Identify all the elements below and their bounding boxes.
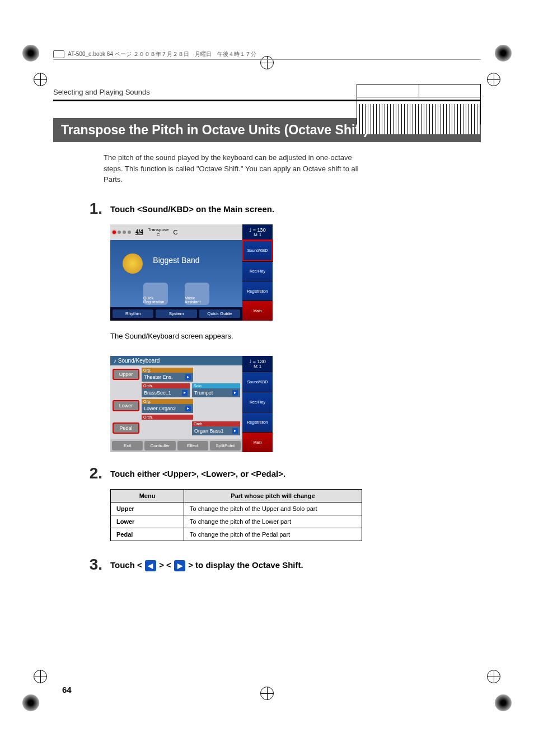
ss1-main-display: Biggest Band [110, 240, 242, 280]
key-indicator: C [173, 229, 177, 236]
table-cell-lower-desc: To change the pitch of the Lower part [184, 515, 362, 528]
instrument-diagram [357, 84, 481, 124]
ss2-bottom-row: Exit Controller Effect SplitPoint [110, 439, 242, 452]
print-corner-tr [495, 45, 512, 62]
registration-button[interactable]: Registration [242, 281, 273, 300]
lower-voice2-cat: Orch. [142, 415, 193, 420]
upper-voice2-name[interactable]: BrassSect.1▸ [142, 388, 190, 397]
step-3-text: Touch < ◀ > < ▶ > to display the Octave … [110, 557, 303, 572]
page-content: AT-500_e.book 64 ページ ２００８年７月２８日 月曜日 午後４時… [53, 50, 481, 700]
ss2-main-button[interactable]: Main [242, 432, 273, 452]
upper-voice2-cat: Orch. [142, 383, 190, 388]
reg-mark-tr [487, 73, 500, 86]
time-signature: 4/4 [135, 229, 143, 235]
print-corner-br [495, 694, 512, 711]
arrow-right-icon[interactable]: ▸ [185, 374, 191, 380]
arrow-left-icon[interactable]: ◀ [145, 560, 156, 571]
pedal-voice-name[interactable]: Organ Bass1▸ [192, 426, 240, 435]
pedal-part-button[interactable]: Pedal [113, 422, 139, 434]
sound-keyboard-screenshot: ♪ Sound/Keyboard Upper Org. Theater Ens.… [110, 356, 273, 452]
arrow-right-icon[interactable]: ▸ [185, 406, 191, 411]
book-meta-text: AT-500_e.book 64 ページ ２００８年７月２８日 月曜日 午後４時… [68, 50, 256, 58]
ss2-rec-play-button[interactable]: Rec/Play [242, 392, 273, 412]
print-corner-bl [22, 694, 39, 711]
step-1-number: 1. [76, 201, 110, 217]
controller-button[interactable]: Controller [144, 441, 175, 450]
kbd-panel-mid [357, 97, 480, 104]
rhythm-name: Biggest Band [153, 256, 199, 265]
lower-part-button[interactable]: Lower [113, 400, 139, 411]
table-cell-pedal-desc: To change the pitch of the Pedal part [184, 528, 362, 541]
step-2-number: 2. [76, 466, 110, 481]
table-cell-upper: Upper [111, 502, 184, 515]
step-1-text: Touch <Sound/KBD> on the Main screen. [110, 201, 274, 217]
step-2-text: Touch either <Upper>, <Lower>, or <Pedal… [110, 466, 285, 481]
table-cell-lower: Lower [111, 515, 184, 528]
upper-part-button[interactable]: Upper [113, 369, 139, 380]
table-row: Lower To change the pitch of the Lower p… [111, 515, 362, 528]
step-1-followup: The Sound/Keyboard screen appears. [110, 332, 481, 340]
reg-mark-bl [34, 670, 47, 683]
table-row: Upper To change the pitch of the Upper a… [111, 502, 362, 515]
beat-leds [113, 231, 131, 234]
upper-voice1-name[interactable]: Theater Ens.▸ [142, 373, 193, 382]
table-cell-upper-desc: To change the pitch of the Upper and Sol… [184, 502, 362, 515]
quick-guide-tab[interactable]: Quick Guide [199, 309, 240, 318]
kbd-panel-top [357, 84, 480, 97]
sound-kbd-button[interactable]: Sound/KBD [242, 240, 273, 261]
main-screen-screenshot: 4/4 Transpose C C Biggest Band Quick Reg… [110, 224, 273, 321]
step-2: 2. Touch either <Upper>, <Lower>, or <Pe… [76, 466, 481, 481]
step-3: 3. Touch < ◀ > < ▶ > to display the Octa… [76, 557, 481, 572]
page-number: 64 [62, 685, 72, 694]
table-header-desc: Part whose pitch will change [184, 489, 362, 502]
registration-dial-icon [123, 253, 143, 274]
music-assistant-button[interactable]: Music Assistant [185, 283, 209, 305]
table-cell-pedal: Pedal [111, 528, 184, 541]
ss2-registration-button[interactable]: Registration [242, 412, 273, 432]
ss2-tempo-indicator: ♩ = 130 M: 1 [242, 356, 273, 372]
book-icon [53, 50, 64, 58]
reg-mark-br [487, 670, 500, 683]
ss1-shortcuts: Quick Registration Music Assistant [110, 280, 242, 307]
part-table: Menu Part whose pitch will change Upper … [110, 489, 481, 541]
book-meta-header: AT-500_e.book 64 ページ ２００８年７月２８日 月曜日 午後４時… [53, 50, 481, 60]
reg-mark-tl [34, 73, 47, 86]
rhythm-tab[interactable]: Rhythm [113, 309, 153, 318]
print-corner-tl [22, 45, 39, 62]
splitpoint-button[interactable]: SplitPoint [210, 441, 241, 450]
effect-button[interactable]: Effect [177, 441, 208, 450]
arrow-right-icon[interactable]: ▶ [174, 560, 185, 571]
table-row: Pedal To change the pitch of the Pedal p… [111, 528, 362, 541]
solo-voice-name[interactable]: Trumpet▸ [192, 388, 240, 397]
step-1: 1. Touch <Sound/KBD> on the Main screen. [76, 201, 481, 217]
step-3-number: 3. [76, 557, 110, 572]
ss1-sidebar: ♩ = 130 M: 1 Sound/KBD Rec/Play Registra… [242, 224, 273, 321]
quick-registration-button[interactable]: Quick Registration [143, 283, 168, 305]
lower-voice1-name[interactable]: Lower Organ2▸ [142, 404, 193, 413]
kbd-lower-keys [357, 124, 480, 134]
transpose-label: Transpose [148, 227, 169, 232]
arrow-right-icon[interactable]: ▸ [232, 428, 238, 434]
transpose-value: C [157, 232, 160, 237]
pedal-voice-cat: Orch. [192, 421, 240, 426]
ss1-bottom-bar: Rhythm System Quick Guide [110, 307, 242, 321]
ss2-sound-kbd-button[interactable]: Sound/KBD [242, 372, 273, 392]
lower-voice1-cat: Org. [142, 399, 193, 404]
system-tab[interactable]: System [156, 309, 196, 318]
ss1-topbar: 4/4 Transpose C C [110, 224, 242, 240]
arrow-right-icon[interactable]: ▸ [182, 390, 188, 396]
rec-play-button[interactable]: Rec/Play [242, 261, 273, 281]
ss2-sidebar: ♩ = 130 M: 1 Sound/KBD Rec/Play Registra… [242, 356, 273, 452]
exit-button[interactable]: Exit [112, 441, 143, 450]
ss2-title: ♪ Sound/Keyboard [110, 356, 242, 365]
main-button[interactable]: Main [242, 300, 273, 320]
table-header-menu: Menu [111, 489, 184, 502]
tempo-indicator: ♩ = 130 M: 1 [242, 224, 273, 240]
kbd-upper-keys [357, 104, 480, 124]
upper-voice1-cat: Org. [142, 368, 193, 373]
solo-voice-cat: Solo [192, 383, 240, 388]
arrow-right-icon[interactable]: ▸ [232, 390, 238, 396]
intro-paragraph: The pitch of the sound played by the key… [104, 152, 361, 185]
